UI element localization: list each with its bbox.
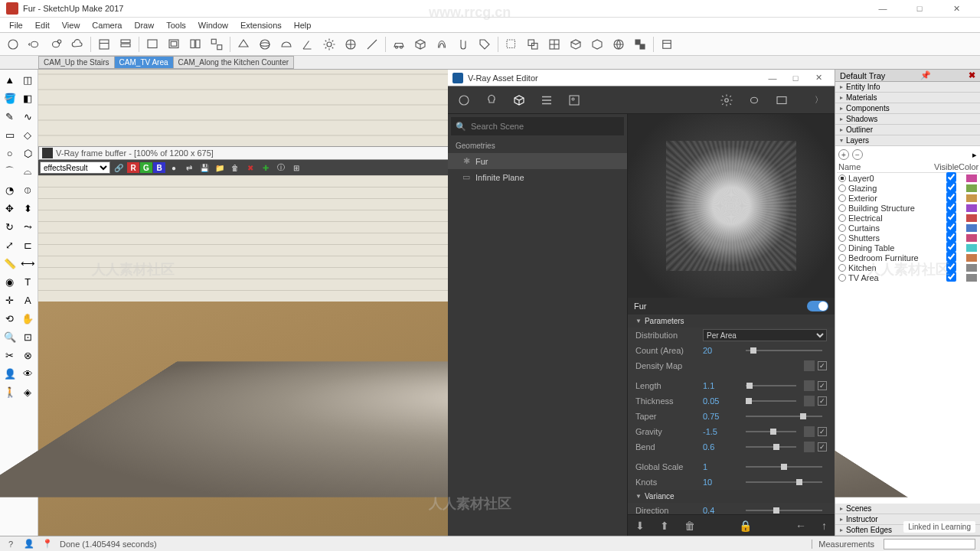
polygon-icon[interactable]: ⬡	[20, 145, 37, 161]
tray-pin-icon[interactable]: 📌	[920, 70, 931, 80]
render-tab-icon[interactable]	[746, 92, 763, 109]
tray-close-button[interactable]: ✖	[969, 70, 975, 80]
layer-color-swatch[interactable]	[966, 214, 977, 222]
menu-edit[interactable]: Edit	[29, 19, 56, 31]
position-camera-icon[interactable]: 👤	[2, 365, 18, 382]
arc3-icon[interactable]: ⦶	[20, 181, 37, 198]
materials-tab-icon[interactable]	[456, 92, 472, 109]
thickness-map-button[interactable]	[804, 396, 815, 406]
layer-color-swatch[interactable]	[966, 184, 977, 192]
length-value[interactable]: 1.1	[703, 381, 741, 390]
cube-icon[interactable]	[587, 34, 607, 54]
panel-shadows[interactable]: Shadows	[835, 114, 980, 125]
layer-remove-button[interactable]: −	[852, 149, 863, 160]
layer-add-button[interactable]: +	[838, 149, 849, 160]
var-direction-value[interactable]: 0.4	[703, 506, 741, 514]
scene-tab-stairs[interactable]: CAM_Up the Stairs	[38, 56, 115, 69]
channel-select[interactable]: effectsResult	[40, 161, 110, 174]
menu-file[interactable]: File	[3, 19, 29, 31]
layer-color-swatch[interactable]	[966, 174, 977, 182]
layer-radio[interactable]	[838, 254, 846, 262]
fur-enable-toggle[interactable]	[807, 301, 828, 311]
mono-icon[interactable]: ●	[167, 161, 181, 174]
select2-icon[interactable]	[523, 34, 543, 54]
length-slider[interactable]	[746, 385, 796, 386]
clip-icon[interactable]	[453, 34, 473, 54]
menu-camera[interactable]: Camera	[86, 19, 128, 31]
pan-icon[interactable]: ✋	[20, 310, 37, 327]
vrae-minimize-button[interactable]: —	[761, 73, 784, 83]
maximize-button[interactable]: □	[902, 1, 937, 16]
walk-icon[interactable]: 🚶	[2, 383, 18, 400]
circle-icon[interactable]: ○	[2, 145, 18, 161]
freehand-icon[interactable]: ∿	[20, 108, 37, 125]
panel-materials[interactable]: Materials	[835, 93, 980, 103]
fur-icon[interactable]	[432, 34, 452, 54]
rectangle-icon[interactable]: ▭	[2, 126, 18, 143]
density-checkbox[interactable]	[818, 361, 827, 370]
density-map-button[interactable]	[804, 360, 815, 371]
menu-help[interactable]: Help	[288, 19, 318, 31]
stack-icon[interactable]	[116, 34, 136, 54]
panel-layers[interactable]: Layers	[835, 135, 980, 146]
viewport[interactable]: V-Ray frame buffer - [100% of 1200 x 675…	[38, 70, 835, 536]
var-direction-slider[interactable]	[746, 510, 822, 511]
layer-color-swatch[interactable]	[966, 224, 977, 232]
3dtext-icon[interactable]: A	[20, 292, 37, 308]
info-icon[interactable]: ⓘ	[274, 161, 288, 174]
vray-interactive-icon[interactable]	[46, 34, 66, 54]
sphere-icon[interactable]	[255, 34, 275, 54]
frame2-icon[interactable]	[164, 34, 184, 54]
measurements-input[interactable]	[884, 539, 975, 549]
vrae-close-button[interactable]: ✕	[807, 73, 830, 83]
length-map-button[interactable]	[804, 380, 815, 391]
car-icon[interactable]	[389, 34, 409, 54]
trash-icon[interactable]: 🗑	[228, 161, 242, 174]
zoom-extents-icon[interactable]: ✂	[2, 347, 18, 364]
menu-view[interactable]: View	[56, 19, 87, 31]
box-icon[interactable]	[410, 34, 430, 54]
close-button[interactable]: ✕	[939, 1, 974, 16]
package-icon[interactable]	[657, 34, 677, 54]
bend-value[interactable]: 0.6	[703, 442, 741, 452]
arc-icon[interactable]: ⌒	[2, 163, 18, 180]
select-icon[interactable]	[501, 34, 521, 54]
eraser-icon[interactable]: ◧	[20, 90, 37, 106]
wireframe-icon[interactable]	[566, 34, 586, 54]
vrae-maximize-button[interactable]: □	[784, 73, 807, 83]
panel-scenes[interactable]: Scenes	[835, 504, 980, 514]
frame3-icon[interactable]	[185, 34, 205, 54]
arc2-icon[interactable]: ⌓	[20, 163, 37, 180]
pushpull-icon[interactable]: ⬍	[20, 200, 37, 217]
count-slider[interactable]	[746, 350, 822, 351]
tray-title[interactable]: Default Tray 📌 ✖	[835, 70, 980, 82]
knots-slider[interactable]	[746, 481, 822, 483]
scale-icon[interactable]: ⤢	[2, 236, 18, 253]
layer-menu-button[interactable]: ▸	[972, 150, 977, 160]
tape-icon[interactable]: 📏	[2, 255, 18, 272]
dome-icon[interactable]	[276, 34, 296, 54]
rotate-icon[interactable]: ↻	[2, 218, 18, 235]
layer-radio[interactable]	[838, 204, 846, 212]
dimension-icon[interactable]: ⟷	[20, 255, 37, 272]
menu-tools[interactable]: Tools	[160, 19, 192, 31]
grid-icon[interactable]	[544, 34, 564, 54]
green-channel-button[interactable]: G	[140, 162, 152, 173]
layer-color-swatch[interactable]	[966, 244, 977, 252]
framebuffer-tab-icon[interactable]	[773, 92, 790, 109]
search-input[interactable]: 🔍 Search Scene	[451, 117, 624, 135]
pencil-icon[interactable]: ✎	[2, 108, 18, 125]
parameters-section[interactable]: Parameters	[628, 315, 835, 328]
scene-tab-kitchen[interactable]: CAM_Along the Kitchen Counter	[173, 56, 295, 69]
thickness-value[interactable]: 0.05	[703, 396, 741, 406]
geometry-tab-icon[interactable]	[511, 92, 528, 109]
gravity-checkbox[interactable]	[818, 427, 827, 436]
layer-visible-checkbox[interactable]	[939, 272, 963, 283]
viewport-icon[interactable]	[94, 34, 114, 54]
variance-section[interactable]: Variance	[628, 490, 835, 503]
sun-icon[interactable]	[319, 34, 339, 54]
link-icon[interactable]: 🔗	[112, 161, 126, 174]
layer-color-swatch[interactable]	[966, 234, 977, 242]
textures-tab-icon[interactable]	[566, 92, 583, 109]
status-geo-icon[interactable]: 📍	[41, 538, 54, 550]
